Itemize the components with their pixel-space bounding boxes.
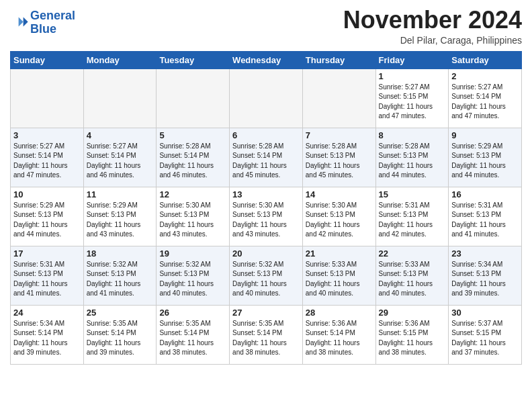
calendar-cell: 12Sunrise: 5:30 AM Sunset: 5:13 PM Dayli…: [157, 187, 230, 246]
day-info: Sunrise: 5:28 AM Sunset: 5:13 PM Dayligh…: [306, 142, 373, 181]
day-info: Sunrise: 5:34 AM Sunset: 5:13 PM Dayligh…: [451, 260, 519, 299]
calendar-cell: 21Sunrise: 5:33 AM Sunset: 5:13 PM Dayli…: [302, 246, 375, 305]
calendar-cell: 24Sunrise: 5:34 AM Sunset: 5:14 PM Dayli…: [11, 305, 84, 364]
day-info: Sunrise: 5:37 AM Sunset: 5:15 PM Dayligh…: [451, 319, 519, 358]
calendar-cell: 5Sunrise: 5:28 AM Sunset: 5:14 PM Daylig…: [157, 128, 230, 187]
calendar-cell: 15Sunrise: 5:31 AM Sunset: 5:13 PM Dayli…: [375, 187, 449, 246]
month-title: November 2024: [343, 7, 522, 34]
day-number: 8: [379, 130, 446, 140]
calendar-cell: [11, 68, 84, 128]
calendar-cell: 14Sunrise: 5:30 AM Sunset: 5:13 PM Dayli…: [302, 187, 375, 246]
calendar-cell: 9Sunrise: 5:29 AM Sunset: 5:13 PM Daylig…: [449, 128, 522, 187]
week-row-0: 1Sunrise: 5:27 AM Sunset: 5:15 PM Daylig…: [11, 68, 522, 128]
calendar-cell: 13Sunrise: 5:30 AM Sunset: 5:13 PM Dayli…: [230, 187, 303, 246]
day-number: 11: [87, 189, 154, 199]
header: GeneralBlue November 2024 Del Pilar, Car…: [10, 7, 522, 46]
day-info: Sunrise: 5:29 AM Sunset: 5:13 PM Dayligh…: [87, 201, 154, 240]
day-info: Sunrise: 5:36 AM Sunset: 5:14 PM Dayligh…: [306, 319, 373, 358]
day-info: Sunrise: 5:29 AM Sunset: 5:13 PM Dayligh…: [451, 142, 519, 181]
day-info: Sunrise: 5:27 AM Sunset: 5:14 PM Dayligh…: [451, 83, 519, 122]
logo-line2: Blue: [30, 22, 56, 36]
day-info: Sunrise: 5:27 AM Sunset: 5:15 PM Dayligh…: [379, 83, 446, 122]
day-number: 26: [159, 308, 226, 318]
calendar-cell: 10Sunrise: 5:29 AM Sunset: 5:13 PM Dayli…: [11, 187, 84, 246]
logo-line1: General: [30, 9, 75, 22]
calendar-cell: [302, 68, 375, 128]
logo-icon: [10, 13, 29, 32]
calendar-cell: 7Sunrise: 5:28 AM Sunset: 5:13 PM Daylig…: [302, 128, 375, 187]
day-info: Sunrise: 5:32 AM Sunset: 5:13 PM Dayligh…: [87, 260, 154, 299]
day-number: 24: [13, 308, 81, 318]
day-number: 25: [87, 308, 154, 318]
day-number: 17: [13, 248, 81, 259]
calendar-table: SundayMondayTuesdayWednesdayThursdayFrid…: [10, 51, 522, 365]
calendar-cell: 16Sunrise: 5:31 AM Sunset: 5:13 PM Dayli…: [449, 187, 522, 246]
day-number: 13: [232, 189, 300, 199]
header-tuesday: Tuesday: [157, 51, 230, 68]
day-number: 9: [451, 130, 519, 140]
day-info: Sunrise: 5:35 AM Sunset: 5:14 PM Dayligh…: [232, 319, 300, 358]
calendar-cell: 6Sunrise: 5:28 AM Sunset: 5:14 PM Daylig…: [230, 128, 303, 187]
calendar-cell: [230, 68, 303, 128]
day-number: 6: [232, 130, 300, 140]
day-info: Sunrise: 5:33 AM Sunset: 5:13 PM Dayligh…: [379, 260, 446, 299]
day-info: Sunrise: 5:31 AM Sunset: 5:13 PM Dayligh…: [451, 201, 519, 240]
day-number: 22: [379, 248, 446, 259]
calendar-cell: 28Sunrise: 5:36 AM Sunset: 5:14 PM Dayli…: [302, 305, 375, 364]
title-block: November 2024 Del Pilar, Caraga, Philipp…: [343, 7, 522, 46]
day-number: 1: [379, 71, 446, 81]
header-wednesday: Wednesday: [230, 51, 303, 68]
calendar-cell: 25Sunrise: 5:35 AM Sunset: 5:14 PM Dayli…: [83, 305, 157, 364]
calendar-cell: 23Sunrise: 5:34 AM Sunset: 5:13 PM Dayli…: [449, 246, 522, 305]
calendar-cell: 8Sunrise: 5:28 AM Sunset: 5:13 PM Daylig…: [375, 128, 449, 187]
day-info: Sunrise: 5:34 AM Sunset: 5:14 PM Dayligh…: [13, 319, 81, 358]
day-info: Sunrise: 5:30 AM Sunset: 5:13 PM Dayligh…: [306, 201, 373, 240]
header-thursday: Thursday: [302, 51, 375, 68]
day-number: 27: [232, 308, 300, 318]
week-row-4: 24Sunrise: 5:34 AM Sunset: 5:14 PM Dayli…: [11, 305, 522, 364]
calendar-cell: 11Sunrise: 5:29 AM Sunset: 5:13 PM Dayli…: [83, 187, 157, 246]
day-number: 3: [13, 130, 81, 140]
calendar-cell: 29Sunrise: 5:36 AM Sunset: 5:15 PM Dayli…: [375, 305, 449, 364]
day-number: 5: [159, 130, 226, 140]
day-number: 2: [451, 71, 519, 81]
week-row-2: 10Sunrise: 5:29 AM Sunset: 5:13 PM Dayli…: [11, 187, 522, 246]
day-info: Sunrise: 5:33 AM Sunset: 5:13 PM Dayligh…: [306, 260, 373, 299]
header-friday: Friday: [375, 51, 449, 68]
day-info: Sunrise: 5:27 AM Sunset: 5:14 PM Dayligh…: [13, 142, 81, 181]
day-info: Sunrise: 5:35 AM Sunset: 5:14 PM Dayligh…: [87, 319, 154, 358]
week-row-1: 3Sunrise: 5:27 AM Sunset: 5:14 PM Daylig…: [11, 128, 522, 187]
day-number: 19: [159, 248, 226, 259]
day-info: Sunrise: 5:28 AM Sunset: 5:14 PM Dayligh…: [159, 142, 226, 181]
day-number: 30: [451, 308, 519, 318]
day-info: Sunrise: 5:35 AM Sunset: 5:14 PM Dayligh…: [159, 319, 226, 358]
day-info: Sunrise: 5:31 AM Sunset: 5:13 PM Dayligh…: [13, 260, 81, 299]
calendar-cell: 27Sunrise: 5:35 AM Sunset: 5:14 PM Dayli…: [230, 305, 303, 364]
day-info: Sunrise: 5:31 AM Sunset: 5:13 PM Dayligh…: [379, 201, 446, 240]
calendar-cell: 22Sunrise: 5:33 AM Sunset: 5:13 PM Dayli…: [375, 246, 449, 305]
calendar-body: 1Sunrise: 5:27 AM Sunset: 5:15 PM Daylig…: [11, 68, 522, 364]
day-number: 10: [13, 189, 81, 199]
day-number: 12: [159, 189, 226, 199]
calendar-cell: [157, 68, 230, 128]
calendar-header-row: SundayMondayTuesdayWednesdayThursdayFrid…: [11, 51, 522, 68]
calendar-cell: 17Sunrise: 5:31 AM Sunset: 5:13 PM Dayli…: [11, 246, 84, 305]
day-number: 20: [232, 248, 300, 259]
calendar-cell: 3Sunrise: 5:27 AM Sunset: 5:14 PM Daylig…: [11, 128, 84, 187]
calendar-cell: 1Sunrise: 5:27 AM Sunset: 5:15 PM Daylig…: [375, 68, 449, 128]
location: Del Pilar, Caraga, Philippines: [343, 35, 522, 46]
calendar-cell: 4Sunrise: 5:27 AM Sunset: 5:14 PM Daylig…: [83, 128, 157, 187]
calendar-cell: 20Sunrise: 5:32 AM Sunset: 5:13 PM Dayli…: [230, 246, 303, 305]
day-info: Sunrise: 5:36 AM Sunset: 5:15 PM Dayligh…: [379, 319, 446, 358]
day-info: Sunrise: 5:30 AM Sunset: 5:13 PM Dayligh…: [232, 201, 300, 240]
header-monday: Monday: [83, 51, 157, 68]
calendar-cell: 26Sunrise: 5:35 AM Sunset: 5:14 PM Dayli…: [157, 305, 230, 364]
day-number: 18: [87, 248, 154, 259]
day-number: 21: [306, 248, 373, 259]
calendar-cell: 19Sunrise: 5:32 AM Sunset: 5:13 PM Dayli…: [157, 246, 230, 305]
day-number: 29: [379, 308, 446, 318]
day-number: 23: [451, 248, 519, 259]
day-info: Sunrise: 5:32 AM Sunset: 5:13 PM Dayligh…: [159, 260, 226, 299]
day-number: 16: [451, 189, 519, 199]
day-info: Sunrise: 5:32 AM Sunset: 5:13 PM Dayligh…: [232, 260, 300, 299]
